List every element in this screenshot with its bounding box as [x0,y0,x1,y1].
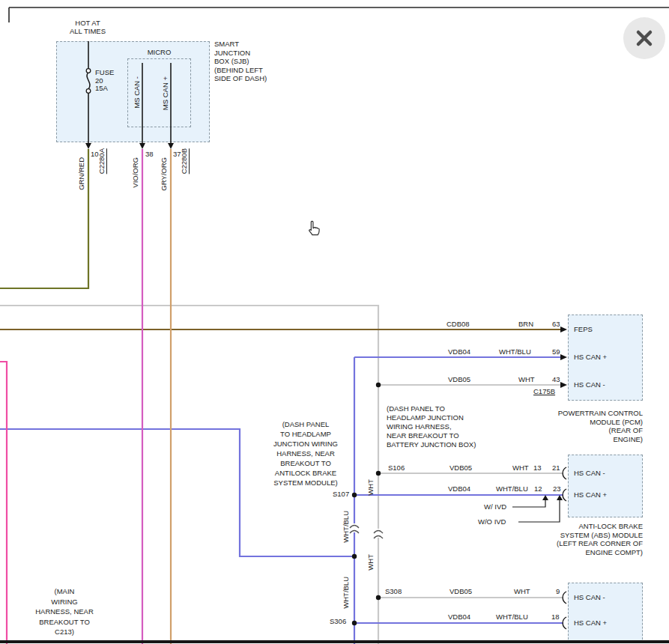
abs-caption: ANTI-LOCK BRAKE SYSTEM (ABS) MODULE (LEF… [524,522,643,556]
wiring-diagram-canvas[interactable]: HOT AT ALL TIMES FUSE 20 15A MICRO MS CA… [0,0,669,644]
circuit-label-vdb05-c213: VDB05 [449,587,472,595]
circuit-label-vdb05-pcm: VDB05 [448,375,470,383]
wire-color-label-whtblu-abs: WHT/BLU [496,484,528,493]
wire-color-label-wht-abs: WHT [512,464,529,472]
pcm-pin-hs-can-minus: HS CAN - [574,380,605,389]
run-label-wht-lower: WHT [366,554,375,571]
wire-color-label-gry-org: GRY/ORG [160,157,168,191]
with-ivd-label: W/ IVD [484,502,506,511]
splice-dot-s107 [352,493,357,497]
splice-dot-s106 [376,471,381,476]
circuit-label-cdb08: CDB08 [446,320,470,328]
splice-dot-s308 [376,595,381,600]
sjb-exit-arrow-3 [168,143,174,149]
wire-color-label-brn: BRN [518,320,533,328]
fuse-terminal-bottom [86,89,91,94]
close-icon [623,17,665,59]
run-label-whtblu-lower: WHT/BLU [342,577,350,609]
note-bjb-harness: (DASH PANEL TO HEADLAMP JUNCTION WIRING … [387,404,476,449]
pin-label-43: 43 [552,375,560,383]
wire-color-label-grn-red: GRN/RED [77,157,85,190]
run-label-wht-upper: WHT [366,479,375,496]
run-label-whtblu-upper: WHT/BLU [342,511,350,543]
circuit-label-vdb05-abs: VDB05 [449,464,472,472]
wire-color-label-wht-pcm: WHT [518,375,535,383]
abs-pin-hs-can-plus: HS CAN + [574,490,607,499]
circuit-label-vdb04-pcm: VDB04 [448,347,470,356]
pin-label-12: 12 [534,484,542,493]
circuit-label-vdb04-c213: VDB04 [448,613,470,621]
c213-pin-hs-can-plus: HS CAN + [574,619,607,627]
connector-label-c2280a: C2280A [97,148,107,174]
sjb-exit-arrow-1 [85,143,91,149]
c213-pin-hs-can-minus: HS CAN - [574,593,605,601]
pin-label-59: 59 [552,347,560,356]
wire-color-label-whtblu-c213: WHT/BLU [496,613,528,621]
wire-break-gap-whtblu [350,523,359,532]
fuse-element [87,73,90,89]
fuse-label: FUSE 20 15A [95,69,114,93]
wire-grn-red [0,149,88,288]
junction-dot-branch [352,554,357,559]
junction-dot-pcm-can-minus [376,383,381,387]
pcm-pin-arrow-can-plus [560,354,567,360]
wire-color-label-vio-org: VIO/ORG [131,157,139,188]
without-ivd-label: W/O IVD [478,517,506,526]
pcm-pin-feps: FEPS [574,325,593,333]
pin-label-18: 18 [551,613,560,621]
close-button[interactable] [623,17,665,59]
circuit-label-vdb04-abs: VDB04 [448,484,470,493]
micro-label: MICRO [127,48,191,56]
abs-pin-hs-can-minus: HS CAN - [574,469,605,477]
ms-can-plus-label: MS CAN + [161,76,169,110]
wire-pink-left [0,362,7,644]
connector-label-c2280b: C2280B [180,148,190,174]
pin-label-13: 13 [533,464,542,472]
sjb-exit-arrow-2 [139,143,145,149]
note-main-harness: (MAIN WIRING HARNESS, NEAR BREAKOUT TO C… [21,586,108,637]
splice-label-s106: S106 [388,464,405,472]
splice-label-s306: S306 [330,617,346,625]
pcm-caption: POWERTRAIN CONTROL MODULE (PCM) (REAR OF… [524,409,643,443]
ms-can-minus-label: MS CAN - [133,76,141,109]
wire-color-label-wht-c213: WHT [514,587,530,595]
without-ivd-leader [518,499,560,522]
splice-label-s107: S107 [333,490,349,498]
pcm-pin-arrow-can-minus [560,382,567,388]
pin-label-21: 21 [552,464,560,472]
pin-label-38: 38 [145,150,154,158]
note-abs-harness: (DASH PANEL TO HEADLAMP JUNCTION WIRING … [264,419,348,487]
diagram-border-bottom [0,640,669,643]
pin-label-23: 23 [553,484,561,493]
sjb-caption: SMART JUNCTION BOX (SJB) (BEHIND LEFT SI… [214,40,267,83]
splice-label-s308: S308 [385,587,402,595]
wire-color-label-whtblu-pcm: WHT/BLU [499,347,531,356]
pin-label-9: 9 [556,587,560,595]
with-ivd-leader [512,499,545,507]
hand-cursor-icon [304,219,324,243]
hot-at-all-times-label: HOT AT ALL TIMES [63,19,112,35]
splice-dot-s306 [352,621,357,625]
connector-label-c175b: C175B [533,387,555,395]
pin-label-63: 63 [552,320,560,328]
fuse-terminal-top [86,69,91,73]
pcm-pin-hs-can-plus: HS CAN + [574,353,607,361]
wire-break-gap-wht [374,529,383,538]
pcm-pin-arrow-feps [560,326,567,332]
